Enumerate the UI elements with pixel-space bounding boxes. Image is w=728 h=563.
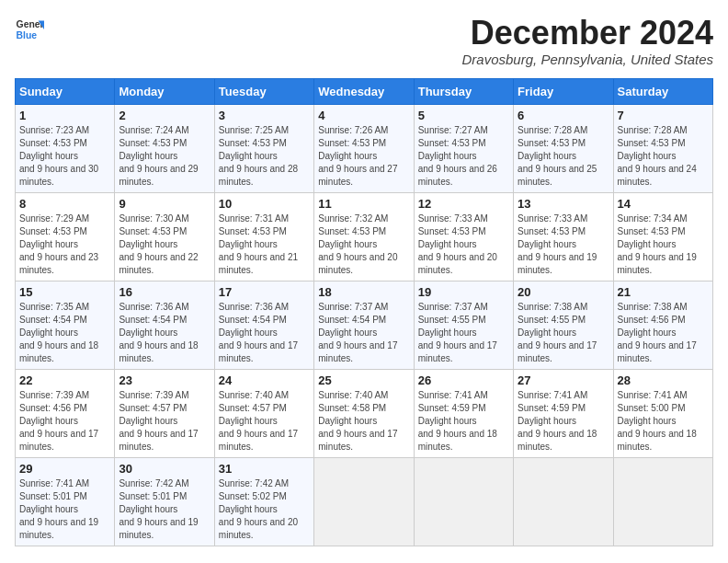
day-info: Sunrise: 7:30 AMSunset: 4:53 PMDaylight …	[119, 213, 198, 275]
day-info: Sunrise: 7:36 AMSunset: 4:54 PMDaylight …	[219, 302, 298, 363]
day-info: Sunrise: 7:37 AMSunset: 4:55 PMDaylight …	[418, 302, 497, 363]
day-number: 13	[518, 197, 609, 211]
day-number: 6	[518, 109, 609, 122]
col-header-sunday: Sunday	[16, 78, 115, 104]
day-cell	[314, 457, 414, 546]
day-cell: 27 Sunrise: 7:41 AMSunset: 4:59 PMDaylig…	[514, 369, 613, 457]
day-number: 14	[618, 197, 709, 211]
day-number: 10	[219, 197, 310, 211]
day-cell: 19 Sunrise: 7:37 AMSunset: 4:55 PMDaylig…	[414, 281, 513, 369]
title-area: December 2024 Dravosburg, Pennsylvania, …	[462, 15, 713, 67]
day-info: Sunrise: 7:23 AMSunset: 4:53 PMDaylight …	[19, 125, 98, 187]
day-info: Sunrise: 7:40 AMSunset: 4:58 PMDaylight …	[318, 390, 397, 452]
week-row-2: 8 Sunrise: 7:29 AMSunset: 4:53 PMDayligh…	[16, 192, 713, 281]
day-info: Sunrise: 7:37 AMSunset: 4:54 PMDaylight …	[318, 302, 397, 363]
day-cell: 22 Sunrise: 7:39 AMSunset: 4:56 PMDaylig…	[16, 369, 115, 457]
day-number: 21	[618, 285, 709, 299]
day-number: 26	[418, 373, 509, 387]
day-cell: 7 Sunrise: 7:28 AMSunset: 4:53 PMDayligh…	[613, 104, 712, 192]
day-cell: 6 Sunrise: 7:28 AMSunset: 4:53 PMDayligh…	[514, 104, 613, 192]
day-info: Sunrise: 7:41 AMSunset: 4:59 PMDaylight …	[518, 390, 597, 452]
day-number: 9	[119, 197, 210, 211]
day-cell: 10 Sunrise: 7:31 AMSunset: 4:53 PMDaylig…	[214, 192, 313, 281]
day-cell: 2 Sunrise: 7:24 AMSunset: 4:53 PMDayligh…	[115, 104, 214, 192]
day-number: 2	[119, 109, 210, 122]
col-header-tuesday: Tuesday	[214, 78, 313, 104]
day-info: Sunrise: 7:26 AMSunset: 4:53 PMDaylight …	[318, 125, 397, 187]
col-header-wednesday: Wednesday	[314, 78, 414, 104]
header: General Blue December 2024 Dravosburg, P…	[15, 15, 713, 67]
day-cell: 30 Sunrise: 7:42 AMSunset: 5:01 PMDaylig…	[115, 457, 214, 546]
day-cell	[514, 457, 613, 546]
day-number: 15	[19, 285, 110, 299]
day-number: 7	[618, 109, 709, 122]
day-info: Sunrise: 7:41 AMSunset: 5:01 PMDaylight …	[19, 478, 98, 540]
location: Dravosburg, Pennsylvania, United States	[462, 52, 713, 67]
day-info: Sunrise: 7:25 AMSunset: 4:53 PMDaylight …	[219, 125, 298, 187]
col-header-monday: Monday	[115, 78, 214, 104]
day-info: Sunrise: 7:38 AMSunset: 4:56 PMDaylight …	[618, 302, 697, 363]
day-number: 28	[618, 373, 709, 387]
day-info: Sunrise: 7:40 AMSunset: 4:57 PMDaylight …	[219, 390, 298, 452]
day-cell: 3 Sunrise: 7:25 AMSunset: 4:53 PMDayligh…	[214, 104, 313, 192]
calendar-table: SundayMondayTuesdayWednesdayThursdayFrid…	[15, 78, 713, 546]
day-cell: 12 Sunrise: 7:33 AMSunset: 4:53 PMDaylig…	[414, 192, 513, 281]
day-info: Sunrise: 7:35 AMSunset: 4:54 PMDaylight …	[19, 302, 98, 363]
day-number: 30	[119, 462, 210, 476]
day-cell: 16 Sunrise: 7:36 AMSunset: 4:54 PMDaylig…	[115, 281, 214, 369]
day-info: Sunrise: 7:28 AMSunset: 4:53 PMDaylight …	[518, 125, 597, 187]
day-cell: 18 Sunrise: 7:37 AMSunset: 4:54 PMDaylig…	[314, 281, 414, 369]
day-cell: 8 Sunrise: 7:29 AMSunset: 4:53 PMDayligh…	[16, 192, 115, 281]
logo-icon: General Blue	[15, 15, 44, 44]
day-number: 3	[219, 109, 310, 122]
day-number: 24	[219, 373, 310, 387]
day-cell: 9 Sunrise: 7:30 AMSunset: 4:53 PMDayligh…	[115, 192, 214, 281]
day-cell: 20 Sunrise: 7:38 AMSunset: 4:55 PMDaylig…	[514, 281, 613, 369]
day-cell: 1 Sunrise: 7:23 AMSunset: 4:53 PMDayligh…	[16, 104, 115, 192]
day-info: Sunrise: 7:38 AMSunset: 4:55 PMDaylight …	[518, 302, 597, 363]
col-header-saturday: Saturday	[613, 78, 712, 104]
col-header-friday: Friday	[514, 78, 613, 104]
day-number: 18	[318, 285, 409, 299]
day-info: Sunrise: 7:31 AMSunset: 4:53 PMDaylight …	[219, 213, 298, 275]
day-cell: 24 Sunrise: 7:40 AMSunset: 4:57 PMDaylig…	[214, 369, 313, 457]
logo: General Blue	[15, 15, 44, 44]
day-number: 25	[318, 373, 409, 387]
day-cell: 15 Sunrise: 7:35 AMSunset: 4:54 PMDaylig…	[16, 281, 115, 369]
day-cell: 4 Sunrise: 7:26 AMSunset: 4:53 PMDayligh…	[314, 104, 414, 192]
day-number: 1	[19, 109, 110, 122]
day-info: Sunrise: 7:33 AMSunset: 4:53 PMDaylight …	[518, 213, 597, 275]
day-number: 8	[19, 197, 110, 211]
day-number: 5	[418, 109, 509, 122]
day-info: Sunrise: 7:41 AMSunset: 5:00 PMDaylight …	[618, 390, 697, 452]
week-row-5: 29 Sunrise: 7:41 AMSunset: 5:01 PMDaylig…	[16, 457, 713, 546]
day-cell: 28 Sunrise: 7:41 AMSunset: 5:00 PMDaylig…	[613, 369, 712, 457]
day-info: Sunrise: 7:34 AMSunset: 4:53 PMDaylight …	[618, 213, 697, 275]
day-info: Sunrise: 7:29 AMSunset: 4:53 PMDaylight …	[19, 213, 98, 275]
day-cell: 31 Sunrise: 7:42 AMSunset: 5:02 PMDaylig…	[214, 457, 313, 546]
day-number: 27	[518, 373, 609, 387]
svg-text:Blue: Blue	[17, 30, 38, 40]
day-cell: 13 Sunrise: 7:33 AMSunset: 4:53 PMDaylig…	[514, 192, 613, 281]
day-cell: 14 Sunrise: 7:34 AMSunset: 4:53 PMDaylig…	[613, 192, 712, 281]
month-title: December 2024	[462, 15, 713, 52]
day-cell: 17 Sunrise: 7:36 AMSunset: 4:54 PMDaylig…	[214, 281, 313, 369]
day-info: Sunrise: 7:27 AMSunset: 4:53 PMDaylight …	[418, 125, 497, 187]
week-row-1: 1 Sunrise: 7:23 AMSunset: 4:53 PMDayligh…	[16, 104, 713, 192]
day-info: Sunrise: 7:24 AMSunset: 4:53 PMDaylight …	[119, 125, 198, 187]
day-number: 16	[119, 285, 210, 299]
header-row: SundayMondayTuesdayWednesdayThursdayFrid…	[16, 78, 713, 104]
day-number: 17	[219, 285, 310, 299]
day-info: Sunrise: 7:42 AMSunset: 5:01 PMDaylight …	[119, 478, 198, 540]
day-info: Sunrise: 7:36 AMSunset: 4:54 PMDaylight …	[119, 302, 198, 363]
day-number: 12	[418, 197, 509, 211]
day-cell: 21 Sunrise: 7:38 AMSunset: 4:56 PMDaylig…	[613, 281, 712, 369]
day-number: 11	[318, 197, 409, 211]
day-number: 20	[518, 285, 609, 299]
week-row-4: 22 Sunrise: 7:39 AMSunset: 4:56 PMDaylig…	[16, 369, 713, 457]
col-header-thursday: Thursday	[414, 78, 513, 104]
day-number: 22	[19, 373, 110, 387]
day-number: 29	[19, 462, 110, 476]
day-cell	[414, 457, 513, 546]
day-info: Sunrise: 7:39 AMSunset: 4:56 PMDaylight …	[19, 390, 98, 452]
